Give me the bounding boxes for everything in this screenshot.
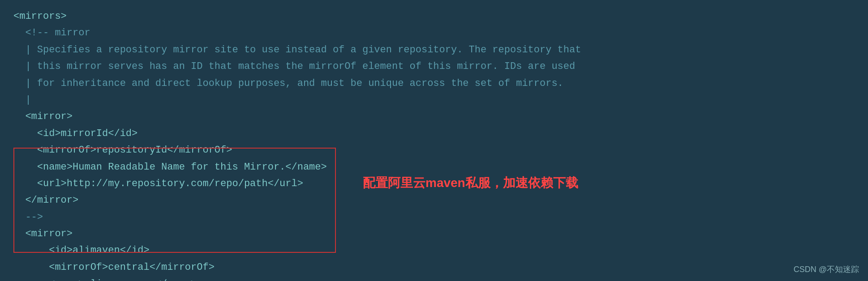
code-line-14: <mirror> bbox=[13, 226, 855, 242]
code-line-8: <id>mirrorId</id> bbox=[13, 125, 855, 142]
code-line-5: | for inheritance and direct lookup purp… bbox=[13, 75, 855, 92]
code-line-9: <mirrorOf>repositoryId</mirrorOf> bbox=[13, 142, 855, 158]
annotation-text: 配置阿里云maven私服，加速依赖下载 bbox=[363, 175, 578, 192]
code-line-7: <mirror> bbox=[13, 108, 855, 125]
code-container: <mirrors> <!-- mirror | Specifies a repo… bbox=[0, 0, 868, 281]
watermark: CSDN @不知迷踪 bbox=[794, 264, 859, 275]
code-line-2: <!-- mirror bbox=[13, 25, 855, 41]
code-line-16: <mirrorOf>central</mirrorOf> bbox=[13, 259, 855, 276]
code-line-1: <mirrors> bbox=[13, 8, 855, 25]
code-line-13: --> bbox=[13, 209, 855, 226]
code-line-17: <name>aliyun maven</name> bbox=[13, 276, 855, 281]
code-line-6: | bbox=[13, 92, 855, 108]
code-line-4: | this mirror serves has an ID that matc… bbox=[13, 58, 855, 75]
code-line-3: | Specifies a repository mirror site to … bbox=[13, 42, 855, 58]
code-line-15: <id>alimaven</id> bbox=[13, 242, 855, 259]
code-line-12: </mirror> bbox=[13, 192, 855, 209]
code-line-10: <name>Human Readable Name for this Mirro… bbox=[13, 159, 855, 175]
